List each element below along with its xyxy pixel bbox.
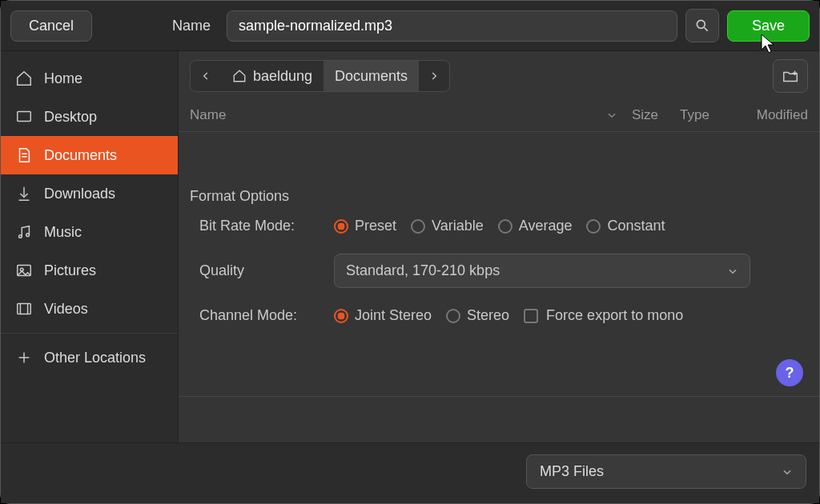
breadcrumb-back-button[interactable] — [191, 61, 221, 91]
checkbox-force-mono[interactable]: Force export to mono — [524, 307, 683, 324]
bitrate-mode-label: Bit Rate Mode: — [199, 218, 320, 234]
chevron-right-icon — [428, 70, 440, 82]
dialog-body: Home Desktop Documents Downloads Music P… — [1, 51, 819, 442]
radio-label: Average — [519, 218, 573, 234]
radio-bitrate-preset[interactable]: Preset — [334, 218, 396, 234]
pictures-icon — [15, 262, 33, 279]
format-options-title: Format Options — [190, 188, 808, 205]
file-table-header: Name Size Type Modified — [179, 101, 819, 132]
sidebar-item-other-locations[interactable]: Other Locations — [1, 338, 178, 377]
radio-label: Preset — [355, 218, 396, 234]
sidebar-item-home[interactable]: Home — [1, 59, 178, 98]
downloads-icon — [15, 185, 33, 202]
column-header-modified[interactable]: Modified — [728, 107, 808, 123]
dialog-footer: MP3 Files — [1, 442, 819, 503]
file-format-select[interactable]: MP3 Files — [526, 454, 806, 489]
quality-select[interactable]: Standard, 170-210 kbps — [334, 254, 750, 288]
sidebar-item-videos[interactable]: Videos — [1, 290, 178, 328]
plus-icon — [15, 349, 33, 366]
sidebar-item-pictures[interactable]: Pictures — [1, 251, 178, 290]
breadcrumb-current-label: Documents — [335, 68, 408, 85]
breadcrumb-forward-button[interactable] — [419, 61, 449, 91]
new-folder-icon — [782, 67, 799, 85]
sidebar-item-label: Desktop — [44, 109, 97, 126]
sidebar-item-desktop[interactable]: Desktop — [1, 98, 178, 136]
breadcrumb: baeldung Documents — [190, 60, 450, 92]
sidebar-item-label: Music — [44, 224, 82, 241]
sidebar-item-documents[interactable]: Documents — [1, 136, 178, 174]
desktop-icon — [15, 108, 33, 126]
file-format-value: MP3 Files — [540, 463, 604, 480]
radio-dot-icon — [411, 219, 425, 234]
radio-dot-icon — [498, 219, 512, 234]
cancel-button[interactable]: Cancel — [10, 10, 92, 42]
channel-mode-row: Channel Mode: Joint Stereo Stereo Force … — [199, 307, 808, 324]
chevron-left-icon — [200, 70, 211, 82]
quality-select-value: Standard, 170-210 kbps — [346, 262, 500, 279]
music-icon — [15, 223, 33, 241]
chevron-down-icon — [782, 466, 793, 478]
format-options-panel: Format Options Bit Rate Mode: Preset Var… — [179, 132, 819, 397]
column-header-type[interactable]: Type — [680, 107, 728, 123]
home-icon — [232, 69, 247, 83]
filename-input[interactable] — [227, 10, 677, 42]
svg-rect-9 — [18, 304, 31, 314]
name-label: Name — [172, 18, 211, 34]
sidebar-item-label: Documents — [44, 147, 117, 164]
breadcrumb-current-segment[interactable]: Documents — [324, 61, 419, 91]
breadcrumb-home-segment[interactable]: baeldung — [221, 61, 324, 91]
column-header-size[interactable]: Size — [632, 107, 680, 123]
sort-indicator — [606, 110, 617, 121]
help-button[interactable]: ? — [776, 359, 803, 386]
sidebar-item-label: Other Locations — [44, 350, 146, 366]
radio-bitrate-average[interactable]: Average — [498, 218, 573, 234]
radio-dot-icon — [334, 219, 348, 234]
documents-icon — [15, 146, 33, 164]
quality-row: Quality Standard, 170-210 kbps — [199, 254, 808, 288]
radio-bitrate-variable[interactable]: Variable — [411, 218, 484, 234]
topbar: Cancel Name Save — [1, 1, 819, 51]
radio-dot-icon — [446, 309, 460, 323]
breadcrumb-row: baeldung Documents — [179, 51, 819, 101]
sidebar-item-downloads[interactable]: Downloads — [1, 174, 178, 213]
main-panel: baeldung Documents Name — [179, 51, 819, 442]
chevron-down-icon — [727, 266, 738, 277]
column-header-name-label: Name — [190, 107, 226, 123]
chevron-down-icon — [606, 110, 617, 121]
sidebar-item-label: Pictures — [44, 262, 96, 279]
svg-line-1 — [704, 28, 707, 31]
checkbox-box-icon — [524, 309, 538, 323]
radio-label: Joint Stereo — [355, 307, 432, 324]
radio-label: Constant — [607, 218, 665, 234]
radio-dot-icon — [586, 219, 601, 234]
sidebar: Home Desktop Documents Downloads Music P… — [1, 51, 179, 442]
sidebar-item-music[interactable]: Music — [1, 213, 178, 251]
radio-label: Variable — [432, 218, 484, 234]
radio-dot-icon — [334, 309, 348, 323]
quality-label: Quality — [199, 262, 320, 279]
radio-channel-joint-stereo[interactable]: Joint Stereo — [334, 307, 432, 324]
new-folder-button[interactable] — [773, 59, 808, 93]
svg-point-0 — [697, 20, 705, 28]
channel-mode-label: Channel Mode: — [199, 307, 320, 324]
search-icon — [694, 18, 710, 34]
radio-channel-stereo[interactable]: Stereo — [446, 307, 509, 324]
radio-label: Stereo — [467, 307, 509, 324]
sidebar-item-label: Downloads — [44, 186, 115, 202]
save-button[interactable]: Save — [727, 10, 810, 42]
svg-rect-2 — [18, 112, 31, 122]
svg-point-5 — [19, 235, 22, 238]
sidebar-item-label: Home — [44, 70, 82, 87]
column-header-name[interactable]: Name — [190, 107, 632, 123]
videos-icon — [15, 300, 33, 318]
sidebar-item-label: Videos — [44, 301, 88, 318]
file-save-dialog: Cancel Name Save Home Desktop Documents — [0, 0, 820, 504]
svg-point-6 — [26, 234, 30, 237]
home-icon — [15, 70, 33, 87]
checkbox-label: Force export to mono — [546, 307, 683, 324]
radio-bitrate-constant[interactable]: Constant — [586, 218, 665, 234]
sidebar-separator — [1, 333, 178, 334]
search-button[interactable] — [685, 9, 719, 42]
bitrate-mode-row: Bit Rate Mode: Preset Variable Average C… — [199, 218, 808, 234]
breadcrumb-user-label: baeldung — [253, 68, 312, 85]
